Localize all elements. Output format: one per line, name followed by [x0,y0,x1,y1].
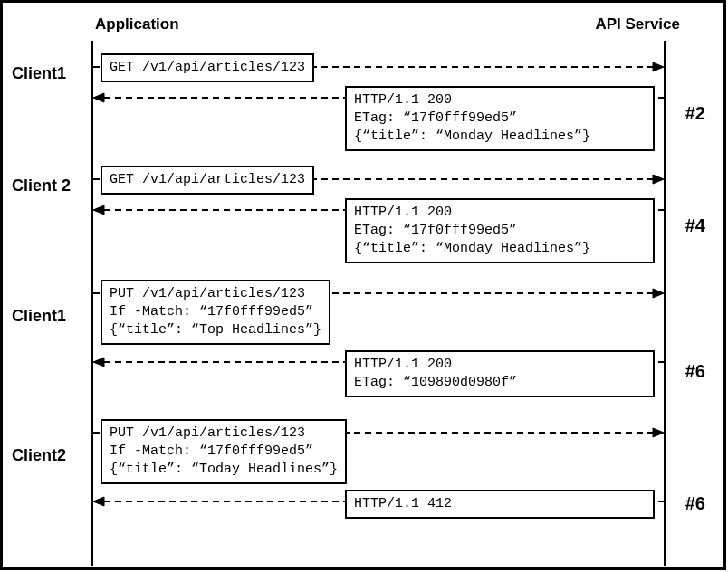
response-box: HTTP/1.1 200 ETag: “17f0fff99ed5” {“titl… [345,198,655,263]
sequence-diagram-frame: Application API Service Client1 GET /v1/… [0,0,726,570]
step-label: #4 [685,215,705,236]
step-label: #6 [685,493,705,514]
exchange-3: Client1 PUT /v1/api/articles/123 If -Mat… [3,280,723,411]
step-label: #6 [685,361,705,382]
exchange-1: Client1 GET /v1/api/articles/123 HTTP/1.… [3,53,723,153]
svg-marker-1 [653,62,664,72]
request-box: PUT /v1/api/articles/123 If -Match: “17f… [101,280,330,345]
svg-marker-5 [653,175,664,184]
exchange-2: Client 2 GET /v1/api/articles/123 HTTP/1… [3,166,723,265]
application-lifeline [91,41,93,566]
client-label: Client 2 [12,176,71,195]
client-label: Client2 [12,446,66,465]
client-label: Client1 [12,307,66,326]
svg-marker-7 [93,205,104,214]
svg-marker-13 [653,428,664,437]
request-box: GET /v1/api/articles/123 [101,166,314,195]
svg-marker-11 [93,358,104,367]
response-box: HTTP/1.1 412 [345,490,655,519]
svg-marker-9 [653,289,664,298]
svg-marker-15 [93,497,104,506]
request-box: PUT /v1/api/articles/123 If -Match: “17f… [101,419,347,484]
exchange-4: Client2 PUT /v1/api/articles/123 If -Mat… [3,419,723,550]
api-service-header: API Service [595,15,680,33]
application-header: Application [95,15,179,33]
request-box: GET /v1/api/articles/123 [101,53,314,82]
api-service-lifeline [664,41,666,566]
svg-marker-3 [93,93,104,102]
client-label: Client1 [12,64,66,83]
step-label: #2 [685,103,705,124]
header-row: Application API Service [3,15,723,43]
response-box: HTTP/1.1 200 ETag: “17f0fff99ed5” {“titl… [345,86,655,151]
response-box: HTTP/1.1 200 ETag: “109890d0980f” [345,350,655,397]
